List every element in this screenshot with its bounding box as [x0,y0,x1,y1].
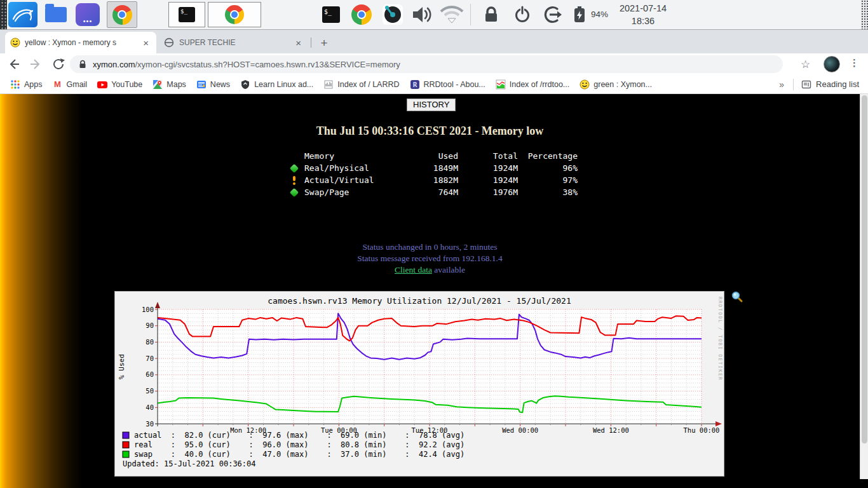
table-row: Actual/Virtual 1882M 1924M 97% [289,174,578,186]
table-row: Swap/Page 764M 1976M 38% [289,186,578,198]
terminal-tray-icon[interactable]: $_ [318,2,344,27]
url-domain: xymon.com [93,60,135,69]
bookmark-green-xymon[interactable]: green : Xymon... [580,79,652,90]
tab-super-techie[interactable]: SUPER TECHIE × [159,32,309,53]
status-line: Status unchanged in 0 hours, 2 minutes [0,241,860,253]
volume-icon[interactable] [409,2,435,27]
chrome-launcher-button[interactable] [107,1,137,28]
bookmark-maps[interactable]: Maps [153,79,186,90]
tray-separator [470,4,471,25]
tab-close-icon[interactable]: × [293,37,304,48]
client-suffix: available [432,265,465,274]
new-tab-button[interactable]: + [316,36,332,51]
svg-text:real : 95.0 (cur) : 96: real : 95.0 (cur) : 96.0 (max) : 80.8 (m… [134,440,465,449]
svg-text:100: 100 [142,306,154,313]
chrome-tray-icon[interactable] [348,2,375,27]
bookmark-label: Index of /rrdtoo... [510,80,570,89]
forward-icon[interactable] [28,57,43,72]
bookmark-rrdtool-index[interactable]: Index of /rrdtoo... [496,79,570,90]
bookmark-label: Index of / LARRD [337,80,399,89]
panel-handle-right-icon[interactable] [861,0,868,29]
svg-text:90: 90 [146,322,154,329]
battery-icon[interactable] [571,2,588,27]
file-manager-icon[interactable] [42,2,70,27]
history-button[interactable]: HISTORY [407,98,456,111]
wifi-icon[interactable] [437,2,466,27]
workspace-app-icon[interactable] [74,2,102,27]
tab-title: yellow : Xymon - memory s [25,38,133,47]
tab-divider [311,37,311,48]
bookmarks-overflow-chevron[interactable]: » [779,79,784,90]
bookmark-learn-linux[interactable]: Learn Linux ad... [240,79,313,90]
taskbar: $_ $_ [0,0,868,30]
tab-close-icon[interactable]: × [140,37,151,48]
bookmark-larrd[interactable]: Index of / LARRD [323,79,399,90]
svg-text:R: R [412,81,417,89]
table-row: Real/Physical 1849M 1924M 96% [289,162,578,174]
svg-text:Wed 12:00: Wed 12:00 [593,426,629,434]
rrdtool-r-icon: R [410,79,420,90]
clock-date: 2021-07-14 [611,3,675,15]
scrollbar[interactable] [860,94,868,479]
lock-icon[interactable] [478,2,504,27]
status-line: Status message received from 192.168.1.4 [0,253,860,264]
back-icon[interactable] [6,57,22,72]
yellow-smiley-favicon-icon [10,37,20,48]
bookmarks-bar: Apps M Gmail YouTube Maps News [0,75,868,94]
wallpaper-glow [0,94,84,488]
table-header-row: Memory Used Total Percentage [289,150,578,162]
client-data-link[interactable]: Client data [395,265,432,274]
svg-text:swap : 40.0 (cur) : 47: swap : 40.0 (cur) : 47.0 (max) : 37.0 (m… [134,450,465,459]
globe-favicon-icon [164,37,174,48]
media-player-icon[interactable] [379,2,406,27]
apps-grid-icon [10,79,20,90]
tab-title: SUPER TECHIE [179,38,285,47]
col-total: Total [458,150,518,162]
bookmark-label: Apps [24,80,43,89]
battery-percent: 94% [591,10,608,19]
chart-icon [496,79,506,90]
logout-icon[interactable] [539,2,566,27]
bookmark-youtube[interactable]: YouTube [97,79,142,90]
bookmark-star-icon[interactable]: ☆ [801,58,810,71]
bookmark-gmail[interactable]: M Gmail [53,79,88,90]
chrome-window-button[interactable] [208,2,261,27]
svg-text:30: 30 [146,420,154,428]
page-heading: Thu Jul 15 00:33:16 CEST 2021 - Memory l… [0,125,860,138]
bookmark-apps[interactable]: Apps [10,79,43,90]
bookmark-rrdtool-about[interactable]: R RRDtool - Abou... [410,79,485,90]
rrdtool-watermark: RRDTOOL / TOBI OETIKER [717,297,723,381]
kali-logo-icon[interactable] [8,2,37,27]
zoom-graph-icon[interactable] [731,291,743,302]
graph-legend: actual : 82.0 (cur) : 97.6 (max) : 69.0 … [123,431,465,468]
reading-list-icon [801,79,811,90]
green-status-icon [290,163,299,172]
bookmark-news[interactable]: News [196,79,230,90]
col-used: Used [401,150,458,162]
menu-kebab-icon[interactable]: ⋮ [850,57,859,69]
bookmark-label: Maps [166,80,186,89]
svg-text:Thu 00:00: Thu 00:00 [684,426,720,434]
clock-time: 18:36 [611,15,675,28]
reading-list-button[interactable]: Reading list [801,79,859,90]
profile-avatar[interactable] [824,56,840,72]
yellow-status-icon [289,176,299,185]
address-bar[interactable]: xymon.com/xymon-cgi/svcstatus.sh?HOST=ca… [70,55,783,73]
reading-list-label: Reading list [816,79,859,89]
maps-icon [153,79,163,90]
terminal-window-button[interactable]: $_ [168,2,205,27]
gmail-icon: M [53,79,63,90]
scrollbar-thumb[interactable] [862,95,867,444]
reload-icon[interactable] [51,57,66,72]
power-icon[interactable] [510,2,535,27]
status-line: Client data available [0,264,860,276]
secure-lock-icon[interactable] [79,60,86,69]
url-text: xymon.com/xymon-cgi/svcstatus.sh?HOST=ca… [93,60,400,69]
tab-xymon-memory[interactable]: yellow : Xymon - memory s × [5,32,156,53]
panel-handle-icon[interactable] [0,0,7,29]
svg-text:80: 80 [146,338,154,346]
clock[interactable]: 2021-07-14 18:36 [611,3,675,27]
yellow-smiley-icon [580,79,590,90]
svg-text:70: 70 [146,355,154,362]
col-memory: Memory [304,150,401,162]
